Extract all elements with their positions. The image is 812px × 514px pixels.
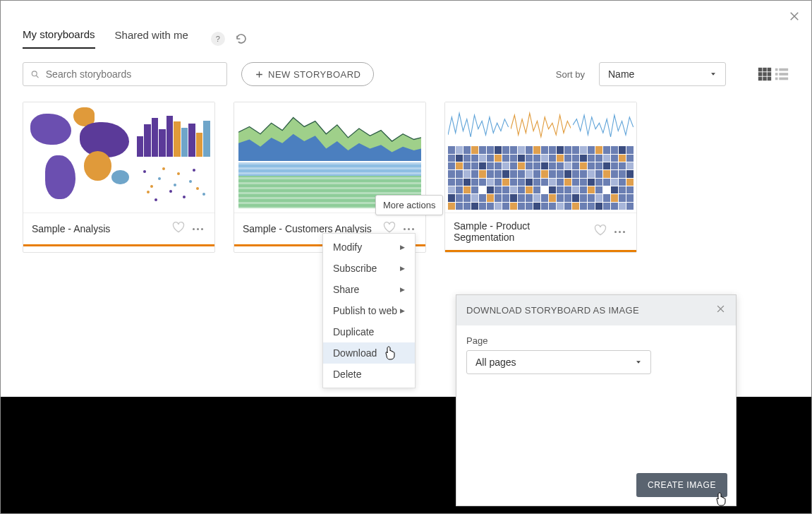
- favorite-icon[interactable]: [171, 220, 186, 237]
- refresh-icon[interactable]: [235, 32, 248, 45]
- search-input[interactable]: [46, 68, 219, 80]
- sort-value: Name: [608, 68, 634, 80]
- tooltip-more-actions: More actions: [375, 195, 443, 215]
- svg-point-0: [32, 71, 37, 76]
- menu-download[interactable]: Download: [323, 342, 415, 364]
- menu-label: Subscribe: [333, 263, 377, 274]
- chevron-right-icon: ▶: [400, 244, 405, 251]
- create-image-button[interactable]: CREATE IMAGE: [636, 473, 727, 497]
- favorite-icon[interactable]: [593, 223, 607, 240]
- card-accent-bar: [445, 250, 636, 252]
- svg-rect-4: [758, 72, 763, 76]
- tab-bar: My storyboards Shared with me ?: [0, 0, 812, 49]
- card-title: Sample - Product Segmentation: [454, 220, 589, 243]
- sort-label: Sort by: [556, 69, 585, 80]
- svg-rect-9: [768, 77, 772, 81]
- storyboard-card[interactable]: Sample - Customers Analysis: [234, 102, 426, 253]
- card-accent-bar: [23, 244, 214, 246]
- svg-rect-3: [768, 68, 772, 72]
- modal-title: DOWNLOAD STORYBOARD AS IMAGE: [466, 305, 639, 316]
- menu-publish[interactable]: Publish to web▶: [323, 300, 415, 321]
- storyboard-card[interactable]: Sample - Product Segmentation: [444, 102, 637, 253]
- card-thumbnail: [23, 102, 214, 213]
- sort-select[interactable]: Name: [599, 62, 726, 86]
- chevron-right-icon: ▶: [400, 286, 405, 293]
- grid-view-icon[interactable]: [757, 66, 772, 82]
- svg-rect-14: [775, 78, 778, 80]
- card-title: Sample - Analysis: [32, 223, 167, 234]
- svg-rect-1: [758, 68, 763, 72]
- menu-label: Delete: [333, 369, 361, 380]
- card-thumbnail: [445, 102, 636, 213]
- menu-duplicate[interactable]: Duplicate: [323, 321, 415, 342]
- more-actions-icon[interactable]: [612, 228, 628, 236]
- menu-label: Modify: [333, 241, 362, 253]
- more-actions-icon[interactable]: [190, 225, 206, 233]
- new-storyboard-label: NEW STORYBOARD: [268, 69, 360, 80]
- download-modal: DOWNLOAD STORYBOARD AS IMAGE Page All pa…: [456, 294, 737, 506]
- svg-rect-12: [775, 73, 778, 76]
- svg-rect-7: [758, 77, 763, 81]
- menu-label: Share: [333, 284, 359, 295]
- page-select[interactable]: All pages: [466, 350, 651, 374]
- svg-rect-15: [779, 78, 788, 80]
- close-icon[interactable]: [788, 10, 801, 25]
- context-menu: Modify▶ Subscribe▶ Share▶ Publish to web…: [322, 233, 416, 388]
- new-storyboard-button[interactable]: NEW STORYBOARD: [241, 62, 374, 86]
- search-input-wrap[interactable]: [23, 62, 227, 86]
- menu-label: Duplicate: [333, 326, 374, 337]
- menu-label: Download: [333, 347, 377, 359]
- svg-rect-8: [763, 77, 767, 81]
- menu-delete[interactable]: Delete: [323, 364, 415, 385]
- svg-rect-2: [763, 68, 767, 72]
- storyboard-card[interactable]: Sample - Analysis: [23, 102, 215, 253]
- tab-shared-with-me[interactable]: Shared with me: [115, 29, 188, 48]
- close-icon[interactable]: [715, 304, 726, 317]
- search-icon: [30, 69, 40, 80]
- tab-my-storyboards[interactable]: My storyboards: [23, 28, 95, 49]
- svg-rect-13: [779, 73, 788, 76]
- menu-label: Publish to web: [333, 305, 397, 316]
- chevron-down-icon: [635, 359, 642, 366]
- view-toggle: [757, 66, 789, 82]
- menu-share[interactable]: Share▶: [323, 279, 415, 300]
- svg-rect-11: [779, 68, 788, 71]
- more-actions-icon[interactable]: [401, 225, 417, 233]
- page-value: All pages: [475, 357, 516, 368]
- svg-rect-5: [763, 72, 767, 76]
- svg-rect-6: [768, 72, 772, 76]
- page-label: Page: [466, 335, 726, 346]
- toolbar: NEW STORYBOARD Sort by Name: [0, 49, 812, 86]
- menu-modify[interactable]: Modify▶: [323, 237, 415, 258]
- menu-subscribe[interactable]: Subscribe▶: [323, 258, 415, 279]
- svg-rect-10: [775, 68, 778, 71]
- chevron-right-icon: ▶: [400, 307, 405, 314]
- list-view-icon[interactable]: [774, 66, 789, 82]
- chevron-right-icon: ▶: [400, 265, 405, 272]
- plus-icon: [255, 70, 264, 79]
- help-icon[interactable]: ?: [211, 32, 225, 46]
- chevron-down-icon: [710, 71, 717, 78]
